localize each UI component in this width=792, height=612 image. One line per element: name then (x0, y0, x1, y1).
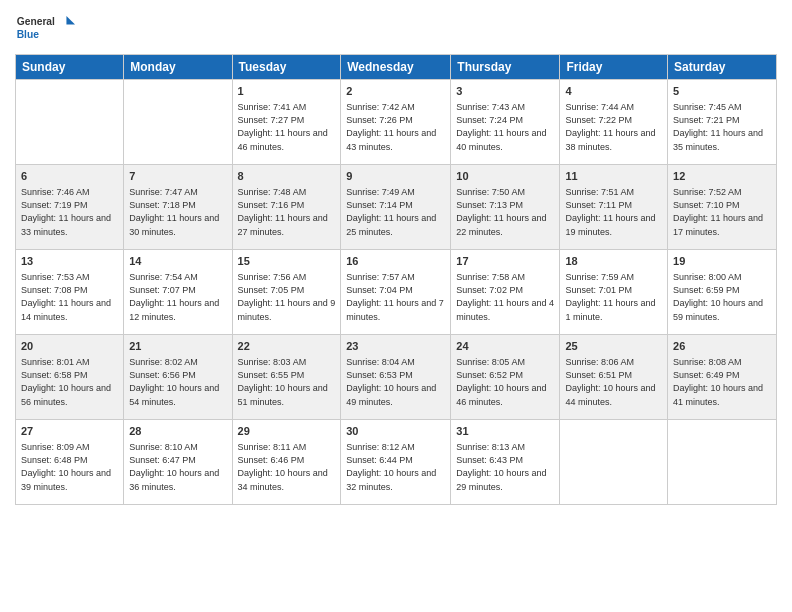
day-info: Sunrise: 7:41 AM Sunset: 7:27 PM Dayligh… (238, 101, 336, 153)
day-number: 16 (346, 254, 445, 269)
day-info: Sunrise: 7:49 AM Sunset: 7:14 PM Dayligh… (346, 186, 445, 238)
calendar-header: SundayMondayTuesdayWednesdayThursdayFrid… (16, 55, 777, 80)
day-number: 13 (21, 254, 118, 269)
day-header-thursday: Thursday (451, 55, 560, 80)
day-number: 18 (565, 254, 662, 269)
calendar-cell: 23Sunrise: 8:04 AM Sunset: 6:53 PM Dayli… (341, 335, 451, 420)
day-number: 21 (129, 339, 226, 354)
day-number: 11 (565, 169, 662, 184)
day-info: Sunrise: 8:11 AM Sunset: 6:46 PM Dayligh… (238, 441, 336, 493)
day-number: 31 (456, 424, 554, 439)
calendar-cell: 17Sunrise: 7:58 AM Sunset: 7:02 PM Dayli… (451, 250, 560, 335)
day-number: 20 (21, 339, 118, 354)
day-header-friday: Friday (560, 55, 668, 80)
calendar-cell: 15Sunrise: 7:56 AM Sunset: 7:05 PM Dayli… (232, 250, 341, 335)
day-number: 23 (346, 339, 445, 354)
day-info: Sunrise: 7:47 AM Sunset: 7:18 PM Dayligh… (129, 186, 226, 238)
calendar-cell: 3Sunrise: 7:43 AM Sunset: 7:24 PM Daylig… (451, 80, 560, 165)
calendar-cell: 29Sunrise: 8:11 AM Sunset: 6:46 PM Dayli… (232, 420, 341, 505)
day-number: 5 (673, 84, 771, 99)
day-info: Sunrise: 7:57 AM Sunset: 7:04 PM Dayligh… (346, 271, 445, 323)
week-row-4: 27Sunrise: 8:09 AM Sunset: 6:48 PM Dayli… (16, 420, 777, 505)
day-info: Sunrise: 7:53 AM Sunset: 7:08 PM Dayligh… (21, 271, 118, 323)
calendar-cell: 7Sunrise: 7:47 AM Sunset: 7:18 PM Daylig… (124, 165, 232, 250)
calendar-cell: 10Sunrise: 7:50 AM Sunset: 7:13 PM Dayli… (451, 165, 560, 250)
calendar-cell: 28Sunrise: 8:10 AM Sunset: 6:47 PM Dayli… (124, 420, 232, 505)
calendar-cell: 18Sunrise: 7:59 AM Sunset: 7:01 PM Dayli… (560, 250, 668, 335)
day-info: Sunrise: 8:10 AM Sunset: 6:47 PM Dayligh… (129, 441, 226, 493)
day-number: 6 (21, 169, 118, 184)
calendar-cell (560, 420, 668, 505)
day-info: Sunrise: 8:09 AM Sunset: 6:48 PM Dayligh… (21, 441, 118, 493)
svg-marker-2 (66, 16, 75, 25)
day-number: 17 (456, 254, 554, 269)
calendar-cell: 26Sunrise: 8:08 AM Sunset: 6:49 PM Dayli… (668, 335, 777, 420)
day-number: 27 (21, 424, 118, 439)
calendar-cell: 24Sunrise: 8:05 AM Sunset: 6:52 PM Dayli… (451, 335, 560, 420)
day-info: Sunrise: 7:58 AM Sunset: 7:02 PM Dayligh… (456, 271, 554, 323)
day-info: Sunrise: 7:56 AM Sunset: 7:05 PM Dayligh… (238, 271, 336, 323)
calendar-cell (124, 80, 232, 165)
day-number: 3 (456, 84, 554, 99)
svg-text:General: General (17, 16, 55, 27)
calendar-body: 1Sunrise: 7:41 AM Sunset: 7:27 PM Daylig… (16, 80, 777, 505)
calendar-cell: 9Sunrise: 7:49 AM Sunset: 7:14 PM Daylig… (341, 165, 451, 250)
day-number: 28 (129, 424, 226, 439)
week-row-3: 20Sunrise: 8:01 AM Sunset: 6:58 PM Dayli… (16, 335, 777, 420)
day-number: 24 (456, 339, 554, 354)
calendar-cell (16, 80, 124, 165)
calendar-cell: 2Sunrise: 7:42 AM Sunset: 7:26 PM Daylig… (341, 80, 451, 165)
day-number: 8 (238, 169, 336, 184)
day-number: 29 (238, 424, 336, 439)
day-number: 26 (673, 339, 771, 354)
calendar-cell: 1Sunrise: 7:41 AM Sunset: 7:27 PM Daylig… (232, 80, 341, 165)
calendar-cell: 14Sunrise: 7:54 AM Sunset: 7:07 PM Dayli… (124, 250, 232, 335)
header: General Blue (15, 10, 777, 46)
calendar-cell: 16Sunrise: 7:57 AM Sunset: 7:04 PM Dayli… (341, 250, 451, 335)
page: General Blue SundayMondayTuesdayWednesda… (0, 0, 792, 612)
calendar: SundayMondayTuesdayWednesdayThursdayFrid… (15, 54, 777, 505)
calendar-cell: 13Sunrise: 7:53 AM Sunset: 7:08 PM Dayli… (16, 250, 124, 335)
day-number: 14 (129, 254, 226, 269)
day-header-sunday: Sunday (16, 55, 124, 80)
calendar-cell: 30Sunrise: 8:12 AM Sunset: 6:44 PM Dayli… (341, 420, 451, 505)
day-info: Sunrise: 8:01 AM Sunset: 6:58 PM Dayligh… (21, 356, 118, 408)
calendar-cell: 8Sunrise: 7:48 AM Sunset: 7:16 PM Daylig… (232, 165, 341, 250)
day-info: Sunrise: 8:08 AM Sunset: 6:49 PM Dayligh… (673, 356, 771, 408)
day-number: 2 (346, 84, 445, 99)
day-info: Sunrise: 7:50 AM Sunset: 7:13 PM Dayligh… (456, 186, 554, 238)
logo: General Blue (15, 10, 75, 46)
day-header-saturday: Saturday (668, 55, 777, 80)
day-number: 12 (673, 169, 771, 184)
calendar-cell: 31Sunrise: 8:13 AM Sunset: 6:43 PM Dayli… (451, 420, 560, 505)
day-info: Sunrise: 7:45 AM Sunset: 7:21 PM Dayligh… (673, 101, 771, 153)
day-info: Sunrise: 8:04 AM Sunset: 6:53 PM Dayligh… (346, 356, 445, 408)
day-info: Sunrise: 7:52 AM Sunset: 7:10 PM Dayligh… (673, 186, 771, 238)
calendar-cell: 27Sunrise: 8:09 AM Sunset: 6:48 PM Dayli… (16, 420, 124, 505)
day-info: Sunrise: 7:54 AM Sunset: 7:07 PM Dayligh… (129, 271, 226, 323)
day-info: Sunrise: 7:46 AM Sunset: 7:19 PM Dayligh… (21, 186, 118, 238)
day-header-monday: Monday (124, 55, 232, 80)
week-row-0: 1Sunrise: 7:41 AM Sunset: 7:27 PM Daylig… (16, 80, 777, 165)
day-info: Sunrise: 8:06 AM Sunset: 6:51 PM Dayligh… (565, 356, 662, 408)
calendar-cell: 5Sunrise: 7:45 AM Sunset: 7:21 PM Daylig… (668, 80, 777, 165)
day-info: Sunrise: 7:51 AM Sunset: 7:11 PM Dayligh… (565, 186, 662, 238)
day-number: 9 (346, 169, 445, 184)
day-number: 4 (565, 84, 662, 99)
svg-text:Blue: Blue (17, 29, 40, 40)
calendar-cell: 6Sunrise: 7:46 AM Sunset: 7:19 PM Daylig… (16, 165, 124, 250)
day-number: 25 (565, 339, 662, 354)
day-number: 1 (238, 84, 336, 99)
day-header-wednesday: Wednesday (341, 55, 451, 80)
day-info: Sunrise: 8:00 AM Sunset: 6:59 PM Dayligh… (673, 271, 771, 323)
day-info: Sunrise: 7:44 AM Sunset: 7:22 PM Dayligh… (565, 101, 662, 153)
day-info: Sunrise: 8:12 AM Sunset: 6:44 PM Dayligh… (346, 441, 445, 493)
day-number: 7 (129, 169, 226, 184)
day-header-tuesday: Tuesday (232, 55, 341, 80)
day-number: 10 (456, 169, 554, 184)
calendar-cell: 12Sunrise: 7:52 AM Sunset: 7:10 PM Dayli… (668, 165, 777, 250)
day-info: Sunrise: 8:03 AM Sunset: 6:55 PM Dayligh… (238, 356, 336, 408)
calendar-cell: 19Sunrise: 8:00 AM Sunset: 6:59 PM Dayli… (668, 250, 777, 335)
day-header-row: SundayMondayTuesdayWednesdayThursdayFrid… (16, 55, 777, 80)
calendar-cell: 20Sunrise: 8:01 AM Sunset: 6:58 PM Dayli… (16, 335, 124, 420)
